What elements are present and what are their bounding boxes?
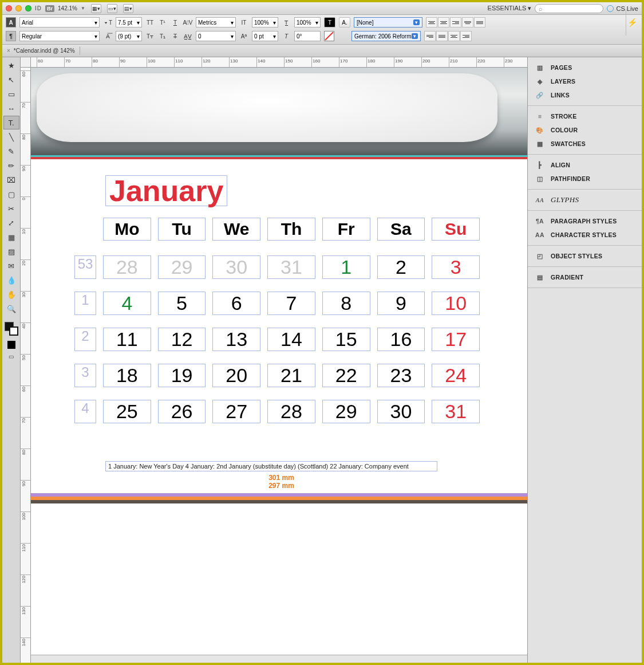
eyedropper-tool[interactable]: 💧 [3,273,19,287]
kerning-field[interactable]: Metrics▾ [196,17,236,27]
scissors-tool[interactable]: ✂ [3,202,19,215]
page[interactable]: January MoTuWeThFrSaSu 53282930311231456… [31,68,527,658]
paragraph-mode-toggle[interactable]: ¶ [6,31,16,41]
day-cell[interactable]: 29 [322,400,370,423]
pencil-tool[interactable]: ✏ [3,159,19,172]
zoom-window-button[interactable] [25,5,31,11]
day-cell[interactable]: 24 [432,364,480,387]
baseline-field[interactable]: 0 pt▾ [252,31,278,41]
gradient-swatch-tool[interactable]: ▦ [3,230,19,244]
close-window-button[interactable] [6,5,12,11]
day-cell[interactable]: 28 [103,255,151,279]
workspace-switcher[interactable]: ESSENTIALS ▾ [488,5,532,12]
day-cell[interactable]: 9 [377,292,425,315]
font-size-field[interactable]: 7.5 pt▾ [116,17,142,27]
panel-layers[interactable]: ◈LAYERS [528,74,642,88]
zoom-dropdown-icon[interactable]: ▼ [81,6,85,11]
day-cell[interactable]: 20 [212,364,260,387]
day-cell[interactable]: 5 [158,292,206,315]
day-cell[interactable]: 11 [103,328,151,351]
hand-tool[interactable]: ✋ [3,288,19,301]
font-style-combo[interactable]: Regular▾ [19,31,100,41]
panel-character-styles[interactable]: aACHARACTER STYLES [528,228,642,242]
font-family-combo[interactable]: Arial▾ [19,17,100,27]
day-cell[interactable]: 23 [377,364,425,387]
arrange-documents-button[interactable]: ▤▾ [123,4,133,13]
bridge-button[interactable]: Br [45,5,54,12]
day-cell[interactable]: 18 [103,364,151,387]
view-options-button[interactable]: ▦▾ [91,4,101,13]
align-center-button[interactable] [438,17,449,27]
day-cell[interactable]: 30 [212,255,260,279]
direct-selection-tool[interactable]: ↖ [3,73,19,86]
day-cell[interactable]: 14 [267,328,315,351]
zoom-level[interactable]: 142.1% [58,5,77,11]
ruler-origin[interactable] [21,57,31,68]
search-input[interactable] [535,4,603,13]
view-mode-button[interactable]: ▭ [3,349,19,363]
close-tab-icon[interactable]: × [7,48,10,54]
gap-tool[interactable]: ↔ [3,101,19,115]
day-cell[interactable]: 15 [322,328,370,351]
justify-right-button[interactable] [424,31,436,41]
day-cell[interactable]: 28 [267,400,315,423]
character-mode-toggle[interactable]: A [6,17,16,27]
day-cell[interactable]: 7 [267,292,315,315]
smallcaps-icon[interactable]: Tᴛ [145,32,155,41]
panel-pathfinder[interactable]: ◫PATHFINDER [528,172,642,186]
document-tab[interactable]: × *Calendar.indd @ 142% [2,46,80,55]
screen-mode-button[interactable]: ▭▾ [107,4,117,13]
day-cell[interactable]: 27 [212,400,260,423]
panel-colour[interactable]: 🎨COLOUR [528,123,642,137]
panel-stroke[interactable]: ≡STROKE [528,109,642,123]
day-cell[interactable]: 13 [212,328,260,351]
fill-text-icon[interactable]: T [324,17,335,27]
strike-icon[interactable]: T [171,32,180,41]
day-cell[interactable]: 17 [432,328,480,351]
skew-field[interactable]: 0° [294,31,321,41]
panel-paragraph-styles[interactable]: ¶APARAGRAPH STYLES [528,214,642,228]
underline-icon[interactable]: T [171,18,180,27]
pen-tool[interactable]: ✎ [3,144,19,158]
panel-pages[interactable]: ▥PAGES [528,61,642,74]
subs-icon[interactable]: T₁ [158,32,167,41]
day-cell[interactable]: 6 [212,292,260,315]
panel-glyphs[interactable]: AaGLYPHS [528,193,642,207]
rectangle-tool[interactable]: ▢ [3,187,19,201]
panel-links[interactable]: 🔗LINKS [528,88,642,102]
fill-stroke-proxy[interactable] [3,321,19,337]
day-cell[interactable]: 25 [103,400,151,423]
type-tool[interactable]: T. [3,116,19,129]
zoom-tool[interactable]: 🔍 [3,302,19,316]
day-cell[interactable]: 29 [158,255,206,279]
vscale-field[interactable]: 100%▾ [252,17,278,27]
vertical-ruler[interactable]: 6070809001020304050607080901001101201301… [21,68,31,663]
document-canvas[interactable]: January MoTuWeThFrSaSu 53282930311231456… [31,68,527,663]
supers-icon[interactable]: T¹ [158,18,167,27]
day-cell[interactable]: 22 [322,364,370,387]
hscale-field[interactable]: 100%▾ [294,17,321,27]
calendar-grid[interactable]: MoTuWeThFrSaSu 5328293031123145678910211… [71,218,483,423]
char-style-combo[interactable]: [None]▾ [354,17,422,27]
minimize-window-button[interactable] [15,5,22,11]
day-cell[interactable]: 19 [158,364,206,387]
page-tool[interactable]: ▭ [3,87,19,101]
day-cell[interactable]: 8 [322,292,370,315]
free-transform-tool[interactable]: ⤢ [3,216,19,230]
align-right-button[interactable] [450,17,461,27]
align-towards-spine-button[interactable] [448,31,460,41]
day-cell[interactable]: 1 [322,255,370,279]
stroke-text-swatch[interactable] [324,31,334,41]
align-away-spine-button[interactable] [460,31,472,41]
panel-swatches[interactable]: ▦SWATCHES [528,137,642,151]
horizontal-ruler[interactable]: 6070809010011012013014015016017018019020… [31,57,527,68]
horizontal-scrollbar[interactable] [31,655,527,663]
justify-center-button[interactable] [474,17,485,27]
day-cell[interactable]: 21 [267,364,315,387]
day-cell[interactable]: 3 [432,255,480,279]
month-title[interactable]: January [105,175,227,206]
day-cell[interactable]: 30 [377,400,425,423]
allcaps-icon[interactable]: TT [145,18,155,27]
day-cell[interactable]: 12 [158,328,206,351]
day-cell[interactable]: 4 [103,292,151,315]
